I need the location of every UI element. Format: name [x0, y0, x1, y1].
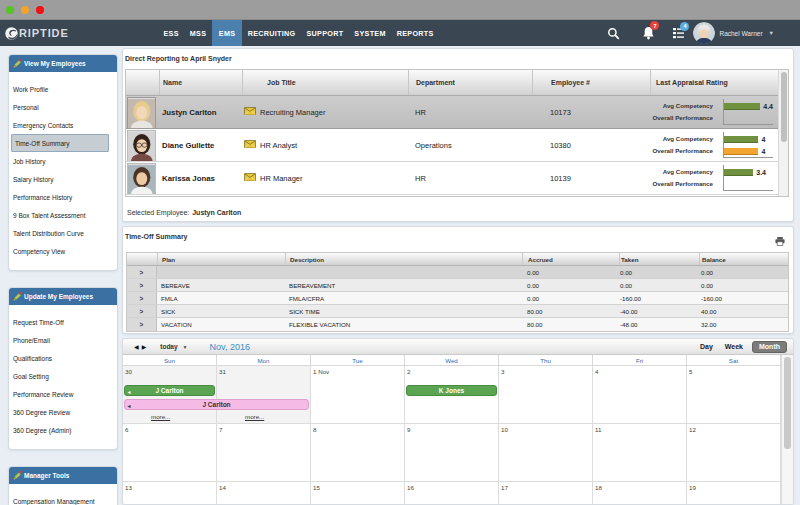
- calendar-more-link[interactable]: more...: [245, 413, 264, 420]
- tasks-icon[interactable]: 4: [672, 27, 685, 40]
- sidebar-item-360-degree-admin[interactable]: 360 Degree (Admin): [9, 421, 117, 439]
- timeoff-balance: 40.00: [699, 308, 788, 315]
- calendar-view-day[interactable]: Day: [700, 343, 713, 350]
- calendar-date-number: 2: [407, 368, 410, 375]
- calendar-view-week[interactable]: Week: [725, 343, 743, 350]
- sidebar-item-time-off-summary[interactable]: Time-Off Summary: [11, 134, 109, 152]
- expand-arrow-icon[interactable]: >: [140, 321, 144, 328]
- calendar-cell-10[interactable]: 10: [499, 424, 593, 482]
- calendar-cell-6[interactable]: 6: [123, 424, 217, 482]
- sidebar-item-request-time-off[interactable]: Request Time-Off: [9, 313, 117, 331]
- calendar-cell-19[interactable]: 19: [687, 482, 781, 505]
- calendar-cell-8[interactable]: 8: [311, 424, 405, 482]
- sidebar-item-qualifications[interactable]: Qualifications: [9, 349, 117, 367]
- calendar-event-j-carlton[interactable]: ◄J Carlton: [124, 399, 310, 410]
- timeoff-row-sick[interactable]: >SICKSICK TIME80.00-40.0040.00: [127, 305, 788, 318]
- window-button-green[interactable]: [6, 6, 14, 14]
- calendar-cell-15[interactable]: 15: [311, 482, 405, 505]
- sidebar-item-phone-email[interactable]: Phone/Email: [9, 331, 117, 349]
- employee-row-karissa-jonas[interactable]: Karissa JonasHR ManagerHR10139Avg Compet…: [126, 162, 788, 195]
- user-name[interactable]: Rachel Warner: [719, 30, 762, 37]
- nav-item-ems[interactable]: EMS: [212, 20, 242, 46]
- timeoff-expander-cell[interactable]: >: [127, 318, 157, 331]
- employee-row-justyn-carlton[interactable]: Justyn CarltonRecruiting ManagerHR10173A…: [126, 96, 788, 129]
- calendar-event-j-carlton[interactable]: ◄J Carlton: [124, 385, 216, 396]
- sidebar-item-performance-history[interactable]: Performance History: [9, 188, 117, 206]
- timeoff-expander-cell[interactable]: >: [127, 305, 157, 317]
- user-avatar[interactable]: [693, 22, 715, 44]
- sidebar-item-compensation-management[interactable]: Compensation Management: [9, 492, 117, 505]
- calendar-cell-3[interactable]: 3: [499, 366, 593, 424]
- sidebar-section-header-view-my-employees[interactable]: View My Employees: [9, 55, 117, 72]
- calendar-cell-17[interactable]: 17: [499, 482, 593, 505]
- nav-item-system[interactable]: SYSTEM: [349, 20, 391, 46]
- timeoff-plan: VACATION: [157, 321, 285, 328]
- notifications-bell-icon[interactable]: 7: [642, 26, 655, 40]
- sidebar-item-competency-view[interactable]: Competency View: [9, 242, 117, 260]
- mail-icon[interactable]: [244, 140, 256, 151]
- calendar-cell-13[interactable]: 13: [123, 482, 217, 505]
- calendar-scrollbar-thumb[interactable]: [784, 357, 791, 449]
- window-button-orange[interactable]: [21, 6, 29, 14]
- expand-arrow-icon[interactable]: >: [140, 295, 144, 302]
- timeoff-expander-cell[interactable]: >: [127, 292, 157, 304]
- sidebar-item-salary-history[interactable]: Salary History: [9, 170, 117, 188]
- sidebar-item-talent-distribution-curve[interactable]: Talent Distribution Curve: [9, 224, 117, 242]
- timeoff-expander-cell[interactable]: >: [127, 266, 157, 278]
- mail-icon[interactable]: [244, 107, 256, 118]
- timeoff-row-fmla[interactable]: >FMLAFMLA/CFRA0.00-160.00-160.00: [127, 292, 788, 305]
- timeoff-expander-cell[interactable]: >: [127, 279, 157, 291]
- nav-item-reports[interactable]: REPORTS: [391, 20, 439, 46]
- sidebar-item-goal-setting[interactable]: Goal Setting: [9, 367, 117, 385]
- nav-item-recruiting[interactable]: RECRUITING: [242, 20, 301, 46]
- timeoff-row-vacation[interactable]: >VACATIONFLEXIBLE VACATION80.00-48.0032.…: [127, 318, 788, 331]
- calendar-cell-7[interactable]: 7: [217, 424, 311, 482]
- calendar-cell-9[interactable]: 9: [405, 424, 499, 482]
- brand-logo[interactable]: RIPTIDE: [0, 20, 158, 46]
- calendar-cell-11[interactable]: 11: [593, 424, 687, 482]
- sidebar-section-header-update-my-employees[interactable]: Update My Employees: [9, 288, 117, 305]
- user-menu-caret-icon[interactable]: ▼: [769, 30, 774, 36]
- mail-icon[interactable]: [244, 173, 256, 184]
- nav-item-ess[interactable]: ESS: [158, 20, 184, 46]
- expand-arrow-icon[interactable]: >: [140, 269, 144, 276]
- window-button-red[interactable]: [36, 6, 44, 14]
- calendar-scrollbar[interactable]: [781, 355, 793, 504]
- sidebar-item-work-profile[interactable]: Work Profile: [9, 80, 117, 98]
- sidebar-item-personal[interactable]: Personal: [9, 98, 117, 116]
- calendar-prev-icon[interactable]: ◀: [134, 344, 142, 350]
- calendar-cell-12[interactable]: 12: [687, 424, 781, 482]
- search-icon[interactable]: [607, 27, 620, 40]
- expand-arrow-icon[interactable]: >: [140, 308, 144, 315]
- calendar-cell-5[interactable]: 5: [687, 366, 781, 424]
- timeoff-row-blank[interactable]: >0.000.000.00: [127, 266, 788, 279]
- print-icon[interactable]: [775, 232, 785, 250]
- calendar-today-caret-icon[interactable]: ▼: [183, 344, 188, 350]
- employee-table-scrollbar-thumb[interactable]: [781, 72, 787, 142]
- employee-col-department: Department: [408, 70, 532, 95]
- employee-rating-cell: Avg CompetencyOverall Performance3.4: [650, 165, 788, 191]
- timeoff-row-bereave[interactable]: >BEREAVEBEREAVEMENT0.000.000.00: [127, 279, 788, 292]
- calendar-today-button[interactable]: today: [160, 343, 177, 350]
- sidebar-item-emergency-contacts[interactable]: Emergency Contacts: [9, 116, 117, 134]
- calendar-cell-1-nov[interactable]: 1 Nov: [311, 366, 405, 424]
- nav-item-mss[interactable]: MSS: [184, 20, 211, 46]
- sidebar-item-360-degree-review[interactable]: 360 Degree Review: [9, 403, 117, 421]
- calendar-next-icon[interactable]: ▶: [142, 344, 150, 350]
- calendar-event-k-jones[interactable]: K Jones: [406, 385, 498, 396]
- nav-item-support[interactable]: SUPPORT: [301, 20, 349, 46]
- rating-bars: 4.4: [723, 99, 773, 125]
- sidebar-item-performance-review[interactable]: Performance Review: [9, 385, 117, 403]
- sidebar-section-header-manager-tools[interactable]: Manager Tools: [9, 467, 117, 484]
- sidebar-item-9-box-talent-assessment[interactable]: 9 Box Talent Assessment: [9, 206, 117, 224]
- calendar-cell-4[interactable]: 4: [593, 366, 687, 424]
- calendar-view-month[interactable]: Month: [752, 341, 787, 353]
- calendar-cell-18[interactable]: 18: [593, 482, 687, 505]
- employee-table-scrollbar[interactable]: [778, 70, 788, 196]
- sidebar-item-job-history[interactable]: Job History: [9, 152, 117, 170]
- expand-arrow-icon[interactable]: >: [140, 282, 144, 289]
- calendar-cell-14[interactable]: 14: [217, 482, 311, 505]
- employee-row-diane-gullette[interactable]: Diane GulletteHR AnalystOperations10380A…: [126, 129, 788, 162]
- calendar-cell-16[interactable]: 16: [405, 482, 499, 505]
- calendar-more-link[interactable]: more...: [151, 413, 170, 420]
